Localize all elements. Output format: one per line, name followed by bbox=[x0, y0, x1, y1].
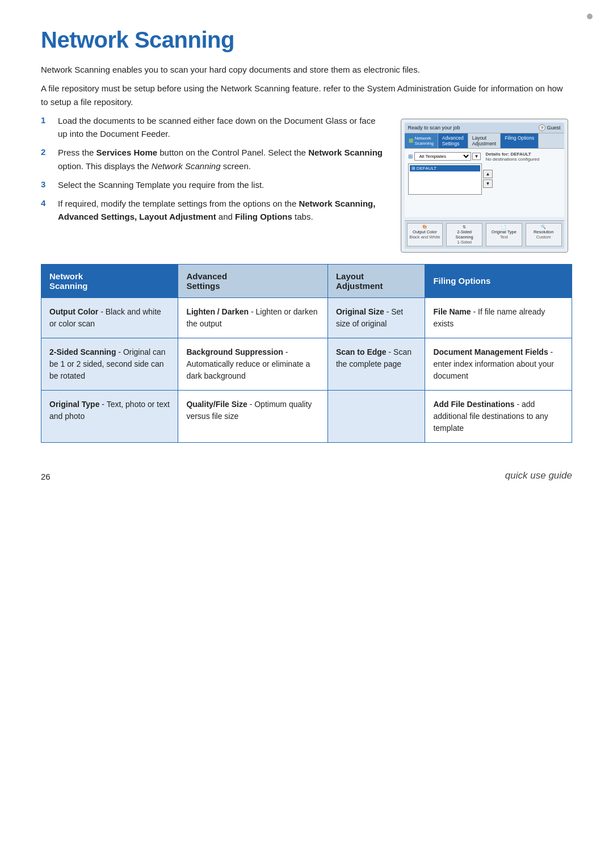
step-num-1: 1 bbox=[41, 115, 54, 125]
cell-document-management: Document Management Fields - enter index… bbox=[425, 338, 572, 390]
device-footer-output-color[interactable]: 🎨 Output Color Black and White bbox=[407, 223, 443, 246]
device-template-row: ⊞ All Templates ▼ Details for: DEFAULT N… bbox=[408, 152, 561, 162]
step-3: 3 Select the Scanning Template you requi… bbox=[41, 178, 386, 191]
lighten-darken-title: Lighten / Darken bbox=[186, 307, 249, 316]
guide-label: quick use guide bbox=[505, 470, 572, 481]
cell-scan-to-edge: Scan to Edge - Scan the complete page bbox=[328, 338, 425, 390]
steps-list: 1 Load the documents to be scanned eithe… bbox=[41, 114, 396, 253]
device-list-row: ⊞ DEFAULT ▲ ▼ bbox=[408, 163, 561, 195]
step-text-1: Load the documents to be scanned either … bbox=[58, 114, 386, 141]
network-tab-icon: ⊞ bbox=[409, 137, 413, 144]
scan-to-edge-title: Scan to Edge bbox=[336, 347, 387, 357]
template-icon: ⊞ bbox=[408, 153, 413, 160]
device-footer-original-type[interactable]: 📄 Original Type Text bbox=[486, 223, 522, 246]
original-type-value: Text bbox=[488, 234, 520, 240]
table-row: Original Type - Text, photo or text and … bbox=[41, 390, 572, 442]
twosided-value: 1-Sided bbox=[448, 240, 480, 245]
device-body: ⊞ All Templates ▼ Details for: DEFAULT N… bbox=[405, 149, 564, 217]
page-container: Network Scanning Network Scanning enable… bbox=[0, 0, 613, 515]
table-row: Output Color - Black and white or color … bbox=[41, 297, 572, 338]
page-number: 26 bbox=[41, 472, 51, 481]
add-file-destinations-title: Add File Destinations bbox=[433, 400, 514, 409]
device-default-item[interactable]: ⊞ DEFAULT bbox=[410, 165, 480, 171]
page-footer: 26 quick use guide bbox=[41, 470, 572, 481]
cell-background-suppression: Background Suppression - Automatically r… bbox=[178, 338, 328, 390]
step-4: 4 If required, modify the template setti… bbox=[41, 197, 386, 224]
resolution-label: Resolution bbox=[528, 229, 560, 234]
original-size-title: Original Size bbox=[336, 307, 384, 316]
file-name-title: File Name bbox=[433, 307, 471, 316]
table-header-advanced: AdvancedSettings bbox=[178, 264, 328, 297]
device-top-bar: Ready to scan your job ? Guest bbox=[405, 123, 564, 133]
step-num-3: 3 bbox=[41, 179, 54, 189]
resolution-icon: 🔍 bbox=[528, 225, 560, 229]
background-suppression-title: Background Suppression bbox=[186, 347, 283, 357]
device-template-list[interactable]: ⊞ DEFAULT bbox=[408, 163, 482, 195]
page-title: Network Scanning bbox=[41, 27, 572, 53]
intro-paragraph-1: Network Scanning enables you to scan you… bbox=[41, 63, 572, 76]
table-header-filing: Filing Options bbox=[425, 264, 572, 297]
table-header-row: NetworkScanning AdvancedSettings LayoutA… bbox=[41, 264, 572, 297]
device-tab-network[interactable]: ⊞ NetworkScanning bbox=[405, 133, 438, 148]
features-table: NetworkScanning AdvancedSettings LayoutA… bbox=[41, 264, 572, 443]
table-header-network: NetworkScanning bbox=[41, 264, 178, 297]
cell-file-name: File Name - If file name already exists bbox=[425, 297, 572, 338]
dropdown-arrow-icon[interactable]: ▼ bbox=[472, 153, 481, 160]
scroll-down-button[interactable]: ▼ bbox=[483, 179, 493, 188]
guest-icon: ? bbox=[539, 124, 545, 131]
cell-original-size: Original Size - Set size of original bbox=[328, 297, 425, 338]
device-template-select[interactable]: All Templates bbox=[414, 152, 471, 161]
cell-layout-empty bbox=[328, 390, 425, 442]
step-num-4: 4 bbox=[41, 198, 54, 208]
original-type-label: Original Type bbox=[488, 229, 520, 234]
scroll-up-button[interactable]: ▲ bbox=[483, 170, 493, 178]
device-footer-2sided[interactable]: ⇅ 2-Sided Scanning 1-Sided bbox=[446, 223, 482, 246]
device-info-box: Details for: DEFAULT No destinations con… bbox=[485, 152, 560, 162]
corner-decoration bbox=[587, 14, 593, 19]
original-type-title: Original Type bbox=[49, 400, 99, 409]
table-row: 2-Sided Scanning - Original can be 1 or … bbox=[41, 338, 572, 390]
cell-add-file-destinations: Add File Destinations - add additional f… bbox=[425, 390, 572, 442]
step-num-2: 2 bbox=[41, 147, 54, 157]
device-footer-resolution[interactable]: 🔍 Resolution Custom bbox=[526, 223, 562, 246]
cell-original-type: Original Type - Text, photo or text and … bbox=[41, 390, 178, 442]
table-header-layout: LayoutAdjustment bbox=[328, 264, 425, 297]
intro-paragraph-2: A file repository must be setup before u… bbox=[41, 82, 572, 108]
twosided-icon: ⇅ bbox=[448, 225, 480, 229]
device-footer: 🎨 Output Color Black and White ⇅ 2-Sided… bbox=[405, 220, 564, 249]
steps-section: 1 Load the documents to be scanned eithe… bbox=[41, 114, 572, 253]
device-ui-image: Ready to scan your job ? Guest ⊞ Network… bbox=[401, 119, 568, 253]
device-scroll-buttons: ▲ ▼ bbox=[483, 170, 493, 188]
device-tab-advanced[interactable]: AdvancedSettings bbox=[438, 133, 468, 148]
2sided-title: 2-Sided Scanning bbox=[49, 347, 116, 357]
cell-output-color: Output Color - Black and white or color … bbox=[41, 297, 178, 338]
device-user: ? Guest bbox=[539, 124, 561, 131]
device-tab-layout[interactable]: LayoutAdjustment bbox=[468, 133, 501, 148]
output-color-label: Output Color bbox=[409, 229, 441, 234]
output-color-icon: 🎨 bbox=[409, 225, 441, 229]
cell-lighten-darken: Lighten / Darken - Lighten or darken the… bbox=[178, 297, 328, 338]
quality-file-size-title: Quality/File Size bbox=[186, 400, 247, 409]
cell-2sided-scanning: 2-Sided Scanning - Original can be 1 or … bbox=[41, 338, 178, 390]
step-text-2: Press the Services Home button on the Co… bbox=[58, 146, 386, 173]
step-text-3: Select the Scanning Template you require… bbox=[58, 178, 264, 191]
device-tabs: ⊞ NetworkScanning AdvancedSettings Layou… bbox=[405, 133, 564, 149]
resolution-value: Custom bbox=[528, 234, 560, 240]
twosided-label: 2-Sided Scanning bbox=[448, 229, 480, 240]
device-info-title: Details for: DEFAULT bbox=[485, 152, 560, 157]
output-color-value: Black and White bbox=[409, 234, 441, 240]
device-screenshot: Ready to scan your job ? Guest ⊞ Network… bbox=[396, 114, 572, 253]
step-1: 1 Load the documents to be scanned eithe… bbox=[41, 114, 386, 141]
device-info-text: No destinations configured bbox=[485, 157, 560, 162]
output-color-title: Output Color bbox=[49, 307, 98, 316]
document-management-title: Document Management Fields bbox=[433, 347, 548, 357]
device-tab-filing[interactable]: Filing Options bbox=[501, 133, 539, 148]
cell-quality-file-size: Quality/File Size - Optimum quality vers… bbox=[178, 390, 328, 442]
step-text-4: If required, modify the template setting… bbox=[58, 197, 386, 224]
original-type-icon: 📄 bbox=[488, 225, 520, 229]
step-2: 2 Press the Services Home button on the … bbox=[41, 146, 386, 173]
device-status: Ready to scan your job bbox=[408, 125, 460, 131]
